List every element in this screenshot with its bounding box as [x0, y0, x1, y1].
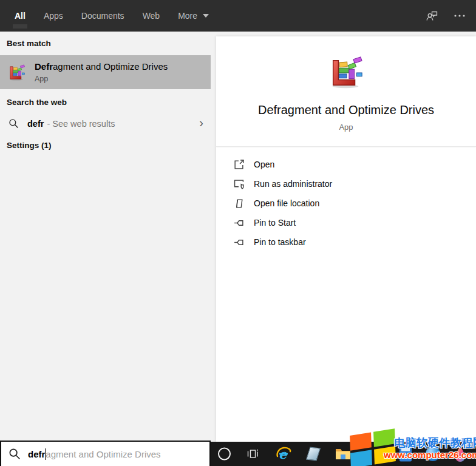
run-as-admin-icon — [234, 179, 244, 189]
preview-panel: Defragment and Optimize Drives App Open … — [211, 32, 476, 442]
internet-explorer-icon[interactable]: e — [275, 445, 292, 462]
best-match-header: Best match — [0, 32, 211, 48]
search-icon — [8, 448, 21, 460]
ellipsis-icon[interactable] — [453, 9, 466, 22]
bottom-bar: defragment and Optimize Drives e — [0, 442, 476, 466]
settings-header: Settings (1) — [0, 141, 211, 150]
tab-web-label: Web — [143, 11, 160, 21]
action-run-as-administrator[interactable]: Run as administrator — [234, 174, 476, 194]
tab-more[interactable]: More — [178, 0, 209, 32]
calculator-icon[interactable] — [399, 446, 412, 462]
tab-all[interactable]: All — [15, 0, 25, 32]
tab-documents[interactable]: Documents — [81, 0, 124, 32]
tab-apps[interactable]: Apps — [44, 0, 63, 32]
tab-web[interactable]: Web — [143, 0, 160, 32]
action-open-label: Open — [254, 160, 274, 169]
tab-apps-label: Apps — [44, 11, 63, 21]
tab-more-label: More — [178, 11, 197, 21]
action-pin-to-taskbar-label: Pin to taskbar — [254, 237, 306, 247]
paint-drop-icon[interactable] — [454, 446, 467, 462]
action-pin-to-start[interactable]: Pin to Start — [234, 213, 476, 232]
search-filter-bar: All Apps Documents Web More — [0, 0, 476, 32]
open-file-location-icon — [234, 198, 244, 209]
cortana-icon[interactable] — [218, 448, 231, 461]
action-open-file-location-label: Open file location — [254, 198, 319, 208]
search-suggestion-text: agment and Optimize Drives — [46, 449, 160, 459]
taskbar: e — [211, 442, 476, 466]
pin-icon — [234, 237, 244, 248]
tab-all-label: All — [15, 11, 25, 21]
action-pin-to-taskbar[interactable]: Pin to taskbar — [234, 232, 476, 252]
best-match-title: Defragment and Optimize Drives — [35, 61, 168, 72]
action-run-as-administrator-label: Run as administrator — [254, 179, 332, 189]
defrag-app-icon — [7, 63, 26, 82]
best-match-subtitle: App — [35, 75, 168, 83]
chevron-down-icon — [203, 14, 209, 18]
app-type-label: App — [216, 123, 476, 132]
web-search-result[interactable]: defr- See web results › — [0, 113, 211, 134]
filter-tabs: All Apps Documents Web More — [15, 0, 209, 32]
preview-card: Defragment and Optimize Drives App Open … — [216, 36, 476, 442]
search-web-header: Search the web — [0, 98, 211, 107]
chevron-right-icon[interactable]: › — [199, 116, 203, 130]
defrag-app-icon — [327, 53, 365, 91]
tab-documents-label: Documents — [81, 11, 124, 21]
action-list: Open Run as administrator Open file loca… — [216, 155, 476, 252]
divider — [216, 146, 476, 147]
action-open[interactable]: Open — [234, 155, 476, 174]
task-view-icon[interactable] — [246, 447, 259, 461]
file-explorer-icon[interactable] — [335, 447, 351, 461]
glass-pane-icon[interactable] — [306, 447, 321, 461]
search-input[interactable]: defragment and Optimize Drives — [0, 441, 211, 466]
app-title: Defragment and Optimize Drives — [216, 103, 476, 117]
results-panel: Best match Defragment and Optimize Drive… — [0, 32, 211, 442]
best-match-result[interactable]: Defragment and Optimize Drives App — [0, 55, 211, 89]
action-pin-to-start-label: Pin to Start — [254, 218, 296, 228]
search-typed-text: defr — [28, 449, 45, 459]
feedback-icon[interactable] — [425, 9, 438, 22]
search-icon — [8, 118, 19, 129]
action-open-file-location[interactable]: Open file location — [234, 194, 476, 213]
open-icon — [234, 160, 244, 170]
blue-orb-icon[interactable] — [426, 447, 440, 461]
pin-icon — [234, 218, 244, 228]
web-search-text: defr- See web results — [27, 119, 115, 129]
